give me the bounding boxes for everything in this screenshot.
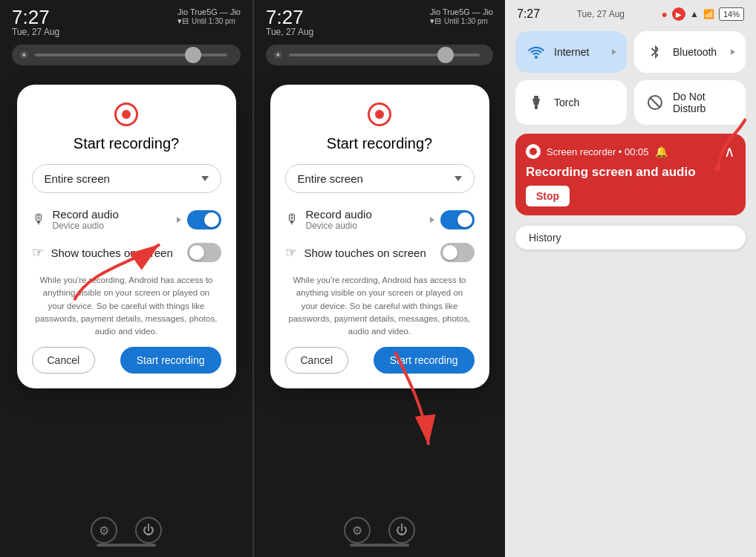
screen-record-icon: ▶: [672, 7, 685, 21]
dialog-buttons-2: Cancel Start recording: [285, 347, 475, 374]
recorder-header-text: Screen recorder • 00:05: [547, 146, 649, 157]
power-icon-2[interactable]: ⏻: [388, 517, 415, 544]
record-audio-sub-1: Device audio: [53, 221, 119, 231]
notif-status-bar: 7:27 Tue, 27 Aug ● ▶ ▲ 📶 14%: [505, 0, 756, 25]
show-touches-left-2: ☞ Show touches on screen: [285, 244, 426, 261]
show-touches-left-1: ☞ Show touches on screen: [32, 244, 173, 261]
recorder-main-text: Recording screen and audio: [526, 165, 735, 180]
record-circle-1: [114, 102, 138, 126]
screen-dropdown-1[interactable]: Entire screen: [32, 164, 221, 193]
mic-icon-2: 🎙: [285, 212, 299, 227]
touch-icon-2: ☞: [285, 244, 297, 261]
dialog-title-1: Start recording?: [32, 135, 221, 152]
recorder-header-left: Screen recorder • 00:05 🔔: [526, 144, 668, 159]
record-audio-toggle-1[interactable]: [187, 210, 221, 229]
show-touches-label-1: Show touches on screen: [51, 247, 173, 259]
record-audio-right-2: [430, 210, 475, 229]
expand-icon[interactable]: ∧: [724, 143, 735, 160]
record-audio-row-1: 🎙 Record audio Device audio: [32, 205, 221, 234]
dialog-title-2: Start recording?: [285, 135, 475, 152]
status-bar-2: 7:27 Tue, 27 Aug Jio True5G — Jio ▾⊟ Unt…: [254, 0, 505, 40]
status-time-1: 7:27: [12, 7, 59, 27]
torch-tile[interactable]: Torch: [515, 80, 627, 125]
record-dialog-1: Start recording? Entire screen 🎙 Record …: [17, 85, 236, 388]
screen-dropdown-2[interactable]: Entire screen: [285, 164, 475, 193]
bluetooth-tile-label: Bluetooth: [673, 46, 723, 58]
dnd-tile[interactable]: Do Not Disturb: [634, 80, 746, 125]
toggle-thumb-2: [189, 245, 204, 260]
status-icons-1: ▾⊟ Until 1:30 pm: [177, 16, 241, 26]
show-touches-toggle-1[interactable]: [187, 243, 221, 262]
dropdown-label-1: Entire screen: [45, 172, 110, 185]
history-button[interactable]: History: [515, 226, 746, 250]
recorder-header: Screen recorder • 00:05 🔔 ∧: [526, 143, 735, 160]
record-audio-left-2: 🎙 Record audio Device audio: [285, 208, 372, 231]
record-audio-right-1: [177, 210, 221, 229]
home-line-2: [350, 544, 409, 547]
start-recording-button-1[interactable]: Start recording: [120, 347, 221, 374]
svg-line-5: [650, 97, 660, 108]
chevron-down-icon-1: [201, 176, 209, 181]
brightness-icon-1: ☀: [19, 49, 29, 61]
recorder-dot-inner: [529, 148, 537, 155]
recording-indicator-icon: ●: [662, 8, 668, 20]
brightness-icon-2: ☀: [273, 49, 283, 61]
chevron-right-icon-2: [430, 217, 434, 223]
notif-time: 7:27: [517, 7, 540, 21]
stop-button[interactable]: Stop: [526, 186, 570, 206]
record-audio-label-2: Record audio: [306, 208, 372, 221]
quick-tiles-grid: Internet Bluetooth Torch Do Not Disturb: [505, 25, 756, 131]
record-audio-row-2: 🎙 Record audio Device audio: [285, 205, 475, 234]
phone-panel-1: 7:27 Tue, 27 Aug Jio True5G — Jio ▾⊟ Unt…: [0, 0, 252, 557]
brightness-bar-1[interactable]: ☀: [12, 45, 241, 65]
record-audio-toggle-2[interactable]: [440, 210, 475, 229]
bell-icon: 🔔: [655, 146, 668, 157]
bottom-bar-1: ⚙ ⏻: [0, 509, 252, 557]
notif-date: Tue, 27 Aug: [577, 9, 625, 19]
start-recording-button-2[interactable]: Start recording: [374, 347, 475, 374]
brightness-bar-2[interactable]: ☀: [266, 45, 493, 65]
chevron-down-icon-2: [454, 176, 462, 181]
toggle-thumb-1: [204, 212, 219, 227]
record-icon-1: [32, 102, 221, 126]
toggle-thumb-4: [443, 245, 457, 260]
status-date-2: Tue, 27 Aug: [266, 27, 313, 37]
record-circle-2: [368, 102, 391, 126]
show-touches-toggle-2[interactable]: [440, 243, 475, 262]
svg-rect-3: [535, 105, 538, 109]
signal-icon: ▲: [690, 9, 699, 19]
cancel-button-2[interactable]: Cancel: [285, 347, 349, 374]
status-until-1: Until 1:30 pm: [192, 17, 235, 25]
content-1: Start recording? Entire screen 🎙 Record …: [0, 70, 252, 509]
dnd-tile-label: Do Not Disturb: [673, 91, 735, 114]
dnd-tile-icon: [645, 92, 665, 113]
bottom-bar-2: ⚙ ⏻: [254, 509, 505, 557]
record-dot-2: [375, 110, 384, 119]
torch-tile-icon: [526, 92, 547, 113]
status-carrier-1: Jio True5G — Jio: [177, 7, 241, 16]
status-icons-2: ▾⊟ Until 1:30 pm: [430, 16, 493, 26]
settings-icon-1[interactable]: ⚙: [91, 517, 117, 544]
recorder-dot-icon: [526, 144, 541, 159]
screen-recorder-card: Screen recorder • 00:05 🔔 ∧ Recording sc…: [515, 134, 746, 215]
show-touches-row-1: ☞ Show touches on screen: [32, 240, 221, 265]
status-bar-1: 7:27 Tue, 27 Aug Jio True5G — Jio ▾⊟ Unt…: [0, 0, 252, 40]
chevron-right-icon-1: [177, 217, 181, 223]
wifi-icon-3: 📶: [703, 9, 714, 19]
cancel-button-1[interactable]: Cancel: [32, 347, 96, 374]
dialog-buttons-1: Cancel Start recording: [32, 347, 221, 374]
disclaimer-2: While you're recording, Android has acce…: [285, 274, 475, 338]
show-touches-row-2: ☞ Show touches on screen: [285, 240, 475, 265]
settings-icon-2[interactable]: ⚙: [344, 517, 371, 544]
internet-chevron-icon: [612, 49, 616, 55]
toggle-thumb-3: [457, 212, 472, 227]
internet-tile[interactable]: Internet: [515, 31, 627, 73]
bluetooth-tile[interactable]: Bluetooth: [634, 31, 746, 73]
bluetooth-tile-icon: [645, 42, 665, 62]
status-carrier-2: Jio True5G — Jio: [430, 7, 493, 16]
record-dialog-2: Start recording? Entire screen 🎙 Record …: [270, 85, 489, 388]
svg-rect-2: [534, 96, 538, 99]
wifi-icon-2: ▾⊟: [430, 16, 441, 26]
status-time-2: 7:27: [266, 7, 313, 27]
power-icon-1[interactable]: ⏻: [135, 517, 162, 544]
